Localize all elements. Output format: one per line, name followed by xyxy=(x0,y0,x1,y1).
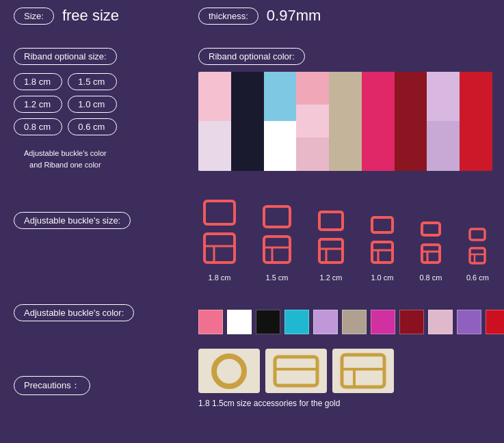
buckle-col-5: 0.8 cm xyxy=(419,220,442,282)
buckle-top-2 xyxy=(261,204,293,230)
swatch-light-pink xyxy=(428,310,453,334)
buckle-col-3: 1.2 cm xyxy=(317,209,345,282)
buckle-top-1 xyxy=(202,198,237,227)
buckle-color-section: Adjustable buckle's color: xyxy=(14,304,134,321)
buckle-bottom-3 xyxy=(317,237,345,265)
precautions-label: Precautions： xyxy=(14,376,90,395)
svg-rect-27 xyxy=(342,355,384,387)
riband-size-grid: 1.8 cm 1.5 cm 1.2 cm 1.0 cm 0.8 cm 0.6 c… xyxy=(14,73,117,135)
svg-rect-0 xyxy=(204,201,235,224)
gold-ring-item xyxy=(198,349,260,393)
buckle-bottom-2 xyxy=(261,234,293,265)
strip-2 xyxy=(231,72,264,171)
swatch-pink xyxy=(198,310,223,334)
strip-3 xyxy=(264,72,297,171)
precautions-section: Precautions： xyxy=(14,376,90,395)
size-row: Size: free size xyxy=(14,7,119,25)
riband-size-6: 0.6 cm xyxy=(68,118,116,135)
swatch-black xyxy=(256,310,280,334)
buckle-bottom-5 xyxy=(419,242,442,265)
gold-items-container xyxy=(198,349,394,393)
thickness-value: 0.97mm xyxy=(267,7,321,25)
svg-rect-21 xyxy=(470,248,485,263)
buckle-label-3: 1.2 cm xyxy=(319,273,342,282)
buckle-label-4: 1.0 cm xyxy=(371,273,393,282)
color-strip-container xyxy=(198,72,492,171)
gold-s-buckle-item xyxy=(332,349,394,393)
svg-rect-1 xyxy=(204,234,235,263)
buckle-bottom-4 xyxy=(369,239,395,265)
riband-size-4: 1.0 cm xyxy=(68,96,116,113)
svg-rect-4 xyxy=(264,206,290,227)
buckle-bottom-1 xyxy=(202,231,237,265)
strip-8 xyxy=(427,72,460,171)
buckle-size-section: Adjustable buckle's size: xyxy=(14,212,131,229)
strip-5 xyxy=(329,72,362,171)
buckle-label-5: 0.8 cm xyxy=(419,273,442,282)
strip-9 xyxy=(460,72,492,171)
swatch-magenta xyxy=(371,310,395,334)
buckle-label-6: 0.6 cm xyxy=(466,273,489,282)
swatch-red xyxy=(486,310,504,334)
strip-6 xyxy=(362,72,395,171)
riband-color-section: Riband optional color: xyxy=(198,48,492,171)
strip-1 xyxy=(198,72,231,171)
svg-rect-17 xyxy=(422,245,440,263)
thickness-label: thickness: xyxy=(198,8,258,25)
riband-color-label: Riband optional color: xyxy=(198,48,305,65)
buckle-col-1: 1.8 cm xyxy=(202,198,237,282)
swatch-tan xyxy=(342,310,367,334)
buckle-size-images: 1.8 cm 1.5 cm 1.2 cm xyxy=(198,198,492,282)
gold-ring-svg xyxy=(209,351,250,392)
buckle-top-5 xyxy=(419,220,442,238)
svg-rect-9 xyxy=(319,239,343,263)
buckle-col-4: 1.0 cm xyxy=(369,215,395,282)
swatch-light-purple xyxy=(313,310,338,334)
riband-size-2: 1.5 cm xyxy=(68,73,116,90)
buckle-color-label: Adjustable buckle's color: xyxy=(14,304,134,321)
size-value: free size xyxy=(62,7,119,25)
gold-caption: 1.8 1.5cm size accessories for the gold xyxy=(198,399,394,408)
svg-rect-20 xyxy=(470,229,485,240)
thickness-row: thickness: 0.97mm xyxy=(198,7,321,25)
svg-point-24 xyxy=(214,356,244,386)
buckle-label-1: 1.8 cm xyxy=(208,273,230,282)
adjustable-note: Adjustable buckle's color and Riband one… xyxy=(14,148,117,170)
svg-rect-8 xyxy=(319,212,343,230)
swatch-purple xyxy=(457,310,481,334)
swatch-white xyxy=(227,310,252,334)
size-label: Size: xyxy=(14,8,54,25)
swatch-cyan xyxy=(284,310,309,334)
strip-4 xyxy=(296,72,329,171)
svg-rect-5 xyxy=(264,237,290,263)
svg-rect-16 xyxy=(422,223,440,235)
riband-size-5: 0.8 cm xyxy=(14,118,62,135)
gold-rect-buckle-item xyxy=(265,349,327,393)
buckle-col-6: 0.6 cm xyxy=(466,227,489,282)
svg-rect-13 xyxy=(372,242,393,263)
svg-rect-12 xyxy=(372,217,393,232)
buckle-top-4 xyxy=(369,215,395,235)
buckle-bottom-6 xyxy=(468,246,487,265)
gold-s-buckle-svg xyxy=(339,352,387,390)
buckle-label-2: 1.5 cm xyxy=(265,273,288,282)
riband-size-label: Riband optional size: xyxy=(14,48,117,65)
buckle-col-2: 1.5 cm xyxy=(261,204,293,282)
swatch-dark-red xyxy=(399,310,424,334)
strip-7 xyxy=(395,72,427,171)
buckle-top-6 xyxy=(468,227,487,242)
riband-size-1: 1.8 cm xyxy=(14,73,62,90)
riband-size-section: Riband optional size: 1.8 cm 1.5 cm 1.2 … xyxy=(14,48,117,170)
gold-accessories: 1.8 1.5cm size accessories for the gold xyxy=(198,349,394,408)
buckle-grid: 1.8 cm 1.5 cm 1.2 cm xyxy=(198,198,492,282)
buckle-size-label: Adjustable buckle's size: xyxy=(14,212,131,229)
gold-rect-buckle-svg xyxy=(272,354,320,388)
buckle-color-swatches xyxy=(198,310,504,334)
svg-rect-25 xyxy=(275,357,317,386)
riband-size-3: 1.2 cm xyxy=(14,96,62,113)
buckle-top-3 xyxy=(317,209,345,232)
